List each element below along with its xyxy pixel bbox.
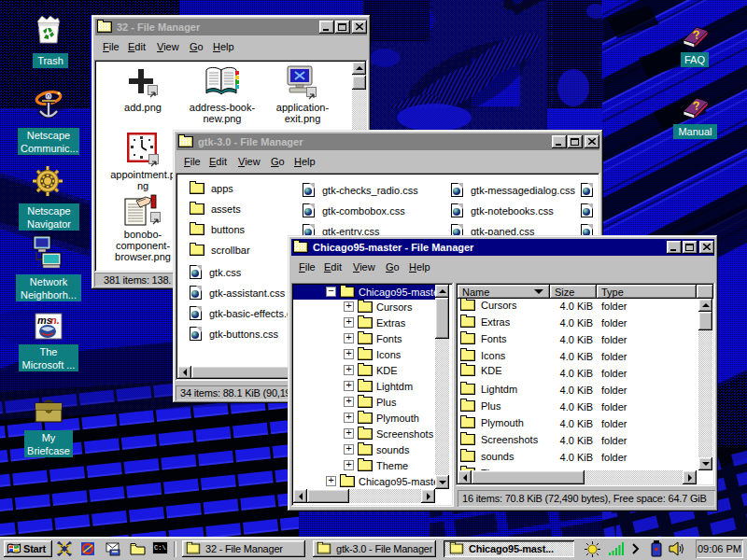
svg-text:n.: n. xyxy=(50,315,60,326)
svg-text:C:\: C:\ xyxy=(154,544,166,552)
